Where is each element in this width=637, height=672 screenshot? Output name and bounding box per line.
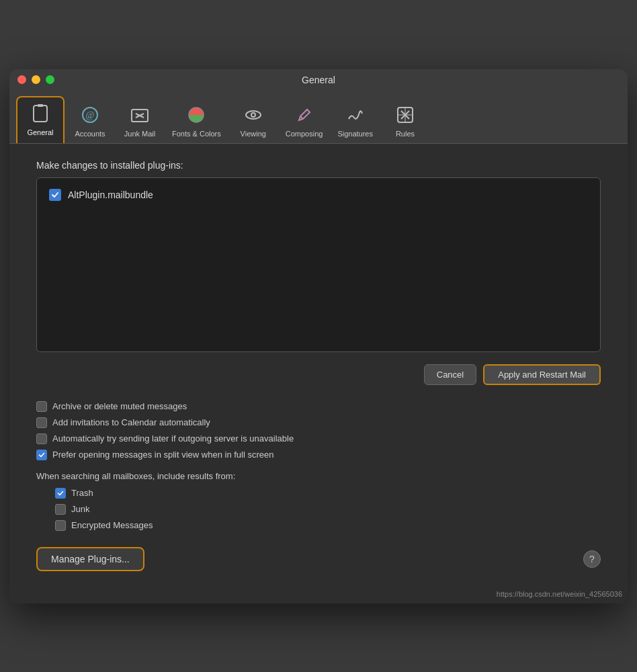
plugins-section-label: Make changes to installed plug-ins: [36,160,601,171]
search-trash-row: Trash [55,488,601,499]
signatures-icon [343,103,368,127]
rules-icon [393,103,417,127]
content-area: Make changes to installed plug-ins: AltP… [9,144,628,587]
watermark: https://blog.csdn.net/weixin_42565036 [9,587,628,603]
apply-restart-button[interactable]: Apply and Restart Mail [483,364,601,385]
svg-text:@: @ [86,110,95,120]
maximize-button[interactable] [46,75,54,84]
checkbox-row-splitview: Prefer opening messages in split view wh… [36,450,601,460]
archive-delete-checkbox[interactable] [36,401,47,412]
junk-checkbox[interactable] [55,504,66,515]
toolbar-item-rules[interactable]: Rules [381,99,429,143]
archive-delete-label: Archive or delete muted messages [52,401,187,411]
encrypted-checkbox[interactable] [55,520,66,531]
toolbar-label-fonts-colors: Fonts & Colors [172,130,221,138]
svg-line-11 [300,116,303,119]
toolbar-item-composing[interactable]: Composing [279,99,330,143]
trash-label: Trash [71,488,93,498]
splitview-label: Prefer opening messages in split view wh… [52,450,274,460]
toolbar-item-junk-mail[interactable]: Junk Mail [116,99,164,143]
autosend-label: Automatically try sending later if outgo… [52,433,294,444]
bottom-row: Manage Plug-ins... ? [36,547,601,571]
trash-checkbox[interactable] [55,488,66,499]
close-button[interactable] [17,75,26,84]
toolbar-label-composing: Composing [286,130,323,138]
action-button-row: Cancel Apply and Restart Mail [36,364,601,385]
toolbar-item-signatures[interactable]: Signatures [331,99,380,143]
general-icon [28,101,52,126]
window-title: General [302,75,335,85]
svg-point-10 [251,113,255,117]
plugins-list: AltPlugin.mailbundle [36,177,601,352]
toolbar-item-general[interactable]: General [16,96,65,143]
invitations-checkbox[interactable] [36,417,47,428]
checkbox-row-autosend: Automatically try sending later if outgo… [36,433,601,444]
plugin-row: AltPlugin.mailbundle [44,185,593,205]
checkbox-list: Archive or delete muted messages Add inv… [36,401,601,460]
plugin-name: AltPlugin.mailbundle [68,190,153,200]
encrypted-label: Encrypted Messages [71,520,153,530]
search-junk-row: Junk [55,504,601,515]
toolbar: General @ Accounts Junk Mail Fonts & Col… [9,91,628,144]
toolbar-label-general: General [27,128,53,136]
autosend-checkbox[interactable] [36,433,47,444]
fonts-colors-icon [184,103,208,127]
traffic-lights [17,75,54,84]
mail-preferences-window: General General @ Accounts Junk Mail Fon… [9,69,628,603]
svg-rect-1 [38,104,43,107]
search-section-label: When searching all mailboxes, include re… [36,471,601,481]
plugin-checkbox[interactable] [49,189,61,201]
toolbar-label-signatures: Signatures [337,130,373,138]
toolbar-item-viewing[interactable]: Viewing [229,99,278,143]
minimize-button[interactable] [32,75,40,84]
invitations-label: Add invitations to Calendar automaticall… [52,417,210,427]
toolbar-label-junk-mail: Junk Mail [124,130,155,138]
composing-icon [292,103,316,127]
search-encrypted-row: Encrypted Messages [55,520,601,531]
titlebar: General [9,69,628,91]
toolbar-label-viewing: Viewing [241,130,266,138]
accounts-icon: @ [78,103,102,127]
search-checkbox-list: Trash Junk Encrypted Messages [55,488,601,531]
junk-label: Junk [71,504,89,514]
viewing-icon [241,103,265,127]
splitview-checkbox[interactable] [36,450,47,460]
svg-point-9 [246,111,261,119]
toolbar-label-accounts: Accounts [75,130,105,138]
checkbox-row-invitations: Add invitations to Calendar automaticall… [36,417,601,428]
junk-mail-icon [128,103,152,127]
checkbox-row-archive: Archive or delete muted messages [36,401,601,412]
svg-rect-0 [34,106,47,122]
cancel-button[interactable]: Cancel [424,364,476,385]
toolbar-item-fonts-colors[interactable]: Fonts & Colors [165,99,228,143]
manage-plugins-button[interactable]: Manage Plug-ins... [36,547,144,571]
toolbar-label-rules: Rules [396,130,415,138]
toolbar-item-accounts[interactable]: @ Accounts [66,99,114,143]
help-button[interactable]: ? [583,550,601,568]
